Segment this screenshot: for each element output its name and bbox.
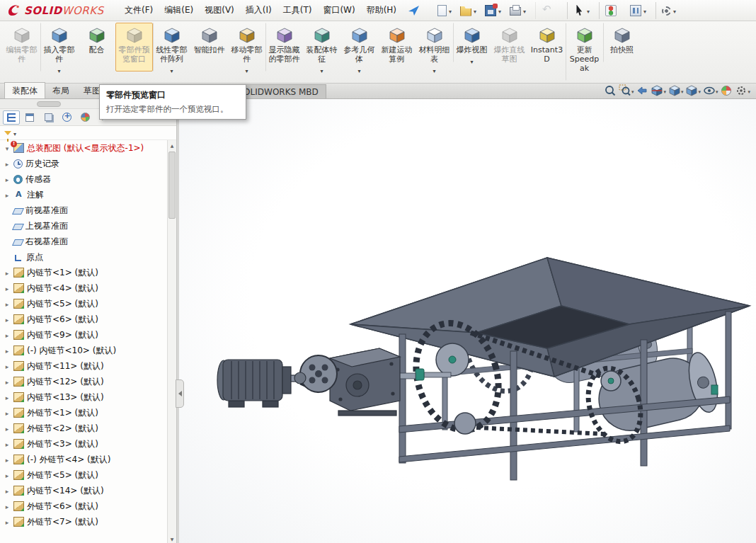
expand-arrow-icon[interactable]: [4, 408, 11, 418]
ribbon-button[interactable]: 爆炸直线草图: [491, 23, 528, 72]
tree-item[interactable]: 上视基准面: [0, 218, 167, 234]
feature-manager-tab[interactable]: [3, 110, 20, 125]
quick-tool-button[interactable]: [482, 2, 507, 19]
tree-item[interactable]: 内链节<11> (默认): [0, 358, 167, 374]
ribbon-button[interactable]: 配合: [78, 23, 115, 62]
expand-arrow-icon[interactable]: [4, 159, 11, 168]
scroll-down-arrow-icon[interactable]: [168, 534, 176, 543]
view-tool-button[interactable]: [720, 84, 733, 97]
view-tool-button[interactable]: [703, 84, 718, 97]
ribbon-button[interactable]: 新建运动算例: [378, 23, 416, 72]
expand-arrow-icon[interactable]: [4, 143, 11, 153]
quick-tool-button[interactable]: [457, 2, 482, 19]
tree-root-item[interactable]: 总装配图 (默认<显示状态-1>): [0, 140, 167, 156]
scrollbar-thumb[interactable]: [168, 152, 176, 219]
configuration-manager-tab[interactable]: [40, 110, 57, 125]
tree-item[interactable]: 内链节<6> (默认): [0, 311, 167, 327]
tree-item[interactable]: 内链节<14> (默认): [0, 483, 167, 498]
expand-arrow-icon[interactable]: [4, 423, 11, 433]
scrollbar-thumb[interactable]: [37, 101, 61, 107]
tree-item[interactable]: 传感器: [0, 171, 167, 187]
menu-item[interactable]: 窗口(W): [317, 1, 360, 20]
view-tool-button[interactable]: [619, 84, 634, 97]
tree-item[interactable]: 外链节<1> (默认): [0, 405, 167, 421]
tree-item[interactable]: 内链节<4> (默认): [0, 280, 167, 296]
display-manager-tab[interactable]: [76, 110, 93, 125]
expand-arrow-icon[interactable]: [4, 283, 11, 293]
tree-item[interactable]: 注解: [0, 187, 167, 202]
tree-item[interactable]: (-) 外链节<4> (默认): [0, 452, 167, 467]
tree-item[interactable]: 外链节<2> (默认): [0, 421, 167, 436]
property-manager-tab[interactable]: [21, 110, 38, 125]
expand-arrow-icon[interactable]: [4, 314, 11, 324]
menu-item[interactable]: 帮助(H): [361, 1, 402, 20]
expand-arrow-icon[interactable]: [4, 455, 11, 464]
rocket-icon[interactable]: [408, 4, 420, 17]
ribbon-button[interactable]: 拍快照: [603, 23, 641, 62]
menu-item[interactable]: 工具(T): [277, 1, 318, 20]
tree-item[interactable]: 内链节<5> (默认): [0, 296, 167, 311]
quick-tool-button[interactable]: [627, 2, 652, 19]
tree-item[interactable]: 内链节<1> (默认): [0, 265, 167, 280]
tree-item[interactable]: (-) 内链节<10> (默认): [0, 343, 167, 358]
tree-item[interactable]: 外链节<5> (默认): [0, 467, 167, 483]
quick-tool-button[interactable]: [535, 2, 563, 19]
view-tool-button[interactable]: [636, 84, 648, 97]
view-tool-button[interactable]: [604, 84, 617, 97]
ribbon-button[interactable]: 智能扣件: [190, 23, 228, 62]
expand-arrow-icon[interactable]: [4, 361, 11, 371]
expand-arrow-icon[interactable]: [4, 517, 11, 527]
quick-tool-button[interactable]: [599, 2, 627, 19]
panel-collapse-handle[interactable]: [176, 379, 184, 408]
command-tab[interactable]: 布局: [45, 83, 76, 98]
quick-tool-button[interactable]: [567, 2, 595, 19]
quick-tool-button[interactable]: [655, 2, 682, 19]
tree-item[interactable]: 右视基准面: [0, 234, 167, 249]
expand-arrow-icon[interactable]: [4, 439, 11, 449]
tree-item[interactable]: 内链节<9> (默认): [0, 327, 167, 343]
ribbon-button[interactable]: 移动零部件: [228, 23, 265, 72]
expand-arrow-icon[interactable]: [4, 345, 11, 355]
dimxpert-manager-tab[interactable]: [58, 110, 75, 125]
tree-item[interactable]: 内链节<13> (默认): [0, 389, 167, 405]
view-tool-button[interactable]: [651, 84, 666, 97]
quick-tool-button[interactable]: [507, 2, 532, 19]
menu-item[interactable]: 插入(I): [240, 1, 277, 20]
ribbon-button[interactable]: 爆炸视图: [453, 23, 491, 62]
expand-arrow-icon[interactable]: [4, 174, 11, 184]
expand-arrow-icon[interactable]: [4, 486, 11, 496]
expand-arrow-icon[interactable]: [4, 268, 11, 278]
expand-arrow-icon[interactable]: [4, 392, 11, 402]
ribbon-button[interactable]: 插入零部件: [40, 23, 78, 72]
expand-arrow-icon[interactable]: [4, 501, 11, 511]
expand-arrow-icon[interactable]: [4, 330, 11, 340]
tree-scrollbar[interactable]: [167, 140, 176, 543]
view-tool-button[interactable]: [668, 84, 684, 97]
menu-item[interactable]: 视图(V): [199, 1, 240, 20]
expand-arrow-icon[interactable]: [4, 190, 11, 200]
expand-arrow-icon[interactable]: [4, 470, 11, 480]
tree-item[interactable]: 外链节<6> (默认): [0, 498, 167, 514]
tree-item[interactable]: 前视基准面: [0, 202, 167, 218]
menu-item[interactable]: 文件(F): [119, 1, 159, 20]
tree-item[interactable]: 外链节<3> (默认): [0, 436, 167, 452]
ribbon-button[interactable]: 装配体特征: [303, 23, 340, 72]
ribbon-button[interactable]: 材料明细表: [416, 23, 453, 72]
ribbon-button[interactable]: 显示隐藏的零部件: [265, 23, 303, 72]
quick-tool-button[interactable]: [435, 2, 457, 19]
ribbon-button[interactable]: 零部件预览窗口: [115, 23, 153, 72]
ribbon-button[interactable]: 编辑零部件: [3, 23, 40, 72]
graphics-viewport[interactable]: [179, 99, 756, 543]
expand-arrow-icon[interactable]: [4, 377, 11, 387]
ribbon-button[interactable]: Instant3D: [528, 23, 566, 72]
tree-item[interactable]: 原点: [0, 249, 167, 265]
ribbon-button[interactable]: 参考几何体: [340, 23, 378, 72]
ribbon-button[interactable]: 线性零部件阵列: [153, 23, 190, 72]
scroll-up-arrow-icon[interactable]: [168, 140, 176, 149]
expand-arrow-icon[interactable]: [4, 299, 11, 309]
menu-item[interactable]: 编辑(E): [159, 1, 199, 20]
command-tab[interactable]: 装配体: [4, 82, 45, 98]
tree-item[interactable]: 外链节<7> (默认): [0, 514, 167, 530]
tree-item[interactable]: 历史记录: [0, 156, 167, 171]
filter-button[interactable]: [4, 128, 16, 138]
